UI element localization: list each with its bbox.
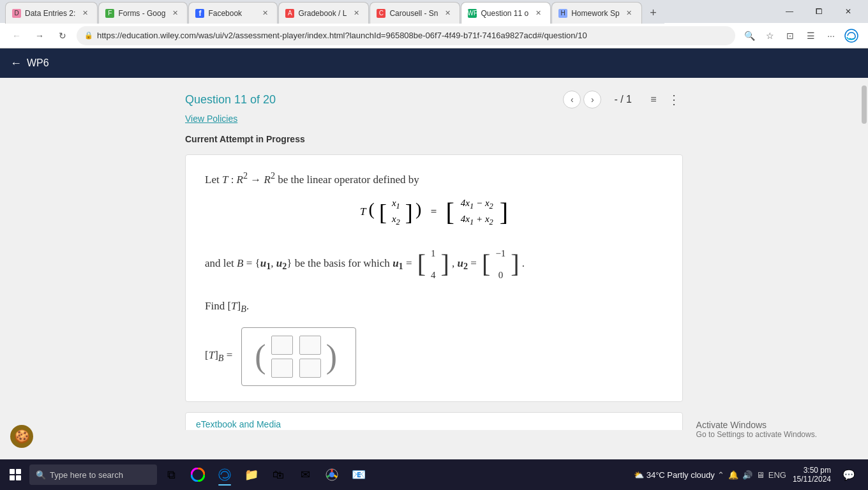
split-view-btn[interactable]: ⊡ (781, 27, 799, 45)
scroll-thumb[interactable] (862, 85, 867, 124)
scrollbar[interactable] (860, 83, 868, 459)
taskbar-search-icon: 🔍 (36, 470, 46, 480)
back-button[interactable]: ← (8, 27, 26, 45)
taskbar-clock[interactable]: 3:50 pm 15/11/2024 (789, 466, 835, 484)
taskbar: 🔍 Type here to search ⧉ 📁 🛍 ✉ (0, 459, 868, 490)
tab-data-entries[interactable]: D Data Entries 2: ✕ (5, 2, 98, 24)
url-bar[interactable]: 🔒 https://education.wiley.com/was/ui/v2/… (77, 26, 735, 45)
page-title: WP6 (27, 57, 49, 69)
score-display: - / 1 (614, 94, 632, 105)
page-nav-bar: ← WP6 (0, 48, 868, 78)
find-label: Find [T]B. (205, 300, 663, 315)
weather-text: 34°C Partly cloudy (647, 470, 715, 480)
more-btn[interactable]: ··· (822, 27, 840, 45)
windows-logo (10, 469, 21, 480)
taskbar-time: 3:50 pm (804, 466, 831, 475)
close-button[interactable]: ✕ (834, 1, 863, 22)
taskbar-store-button[interactable]: 🛍 (266, 462, 291, 487)
basis-text: and let B = {u1, u2} be the basis for wh… (205, 239, 663, 290)
tab-favicon-7: H (558, 9, 567, 18)
taskbar-chrome-button[interactable] (319, 462, 345, 487)
question-navigation: ‹ › - / 1 ≡ ⋮ (563, 91, 683, 108)
answer-input-top-left[interactable] (271, 336, 293, 355)
tab-gradebook[interactable]: A Gradebook / L ✕ (278, 2, 369, 24)
tab-close-2[interactable]: ✕ (169, 8, 181, 19)
taskbar-right: ⛅ 34°C Partly cloudy ⌃ 🔔 🔊 🖥 ENG 3:50 pm… (634, 462, 865, 487)
tab-homework[interactable]: H Homework Sp ✕ (551, 2, 641, 24)
math-transformation: T ( [ x1 x2 ] ) = [ 4x1 − x2 (205, 197, 663, 228)
tab-facebook[interactable]: f Facebook ✕ (188, 2, 278, 24)
tab-close-5[interactable]: ✕ (442, 8, 453, 19)
widgets-button[interactable] (185, 462, 211, 487)
url-text: https://education.wiley.com/was/ui/v2/as… (97, 31, 728, 40)
left-paren: ( (255, 340, 266, 373)
refresh-button[interactable]: ↻ (54, 27, 71, 45)
activate-subtitle: Go to Settings to activate Windows. (696, 430, 817, 439)
tab-favicon-5: C (377, 9, 385, 18)
notification-icon[interactable]: 🔔 (728, 470, 738, 480)
answer-matrix-container: ( ) (241, 327, 356, 386)
tab-close-1[interactable]: ✕ (79, 8, 91, 19)
tab-title-6: Question 11 o (481, 9, 528, 18)
more-options-icon[interactable]: ⋮ (665, 91, 683, 108)
taskbar-mail-button[interactable]: ✉ (292, 462, 318, 487)
forward-button[interactable]: → (31, 27, 49, 45)
start-button[interactable] (3, 462, 28, 487)
minimize-button[interactable]: — (775, 1, 804, 22)
star-icon-btn[interactable]: ☆ (761, 27, 779, 45)
right-paren: ) (326, 340, 337, 373)
prev-question-button[interactable]: ‹ (563, 91, 581, 108)
tab-favicon-4: A (285, 9, 294, 18)
taskbar-search-text: Type here to search (50, 470, 123, 480)
answer-row: [T]B = ( ) (205, 327, 663, 386)
answer-input-top-right[interactable] (299, 336, 321, 355)
notification-center-icon: 💬 (842, 469, 855, 481)
answer-input-bottom-right[interactable] (299, 359, 321, 378)
next-question-button[interactable]: › (583, 91, 601, 108)
svg-point-4 (329, 472, 334, 477)
tab-carousell[interactable]: C Carousell - Sn ✕ (370, 2, 460, 24)
etextbook-link[interactable]: eTextbook and Media (186, 413, 682, 430)
page-back-button[interactable]: ← (10, 57, 22, 70)
task-view-button[interactable]: ⧉ (158, 462, 184, 487)
question-container: Question 11 of 20 ‹ › - / 1 ≡ ⋮ View Pol… (185, 78, 683, 430)
taskbar-outlook-button[interactable]: 📧 (346, 462, 371, 487)
answer-input-bottom-left[interactable] (271, 359, 293, 378)
taskbar-explorer-button[interactable]: 📁 (239, 462, 264, 487)
maximize-button[interactable]: ⧠ (804, 1, 834, 22)
tab-forms[interactable]: F Forms - Goog ✕ (98, 2, 188, 24)
tab-title-7: Homework Sp (571, 9, 619, 18)
new-tab-button[interactable]: + (643, 2, 664, 24)
tab-close-7[interactable]: ✕ (624, 8, 635, 19)
taskbar-weather[interactable]: ⛅ 34°C Partly cloudy (634, 470, 715, 480)
notification-center-button[interactable]: 💬 (837, 462, 860, 487)
svg-point-0 (845, 29, 858, 42)
tab-title-3: Facebook (208, 9, 255, 18)
question-footer: eTextbook and Media (185, 412, 683, 430)
tab-favicon-3: f (195, 9, 204, 18)
edge-logo (842, 27, 860, 45)
answer-inputs (271, 333, 321, 380)
cookie-button[interactable]: 🍪 (10, 425, 33, 448)
search-icon-btn[interactable]: 🔍 (740, 27, 758, 45)
weather-icon: ⛅ (634, 470, 644, 480)
taskbar-date: 15/11/2024 (793, 475, 831, 484)
question-number: Question 11 of 20 (185, 93, 563, 107)
volume-icon[interactable]: 🔊 (742, 470, 752, 480)
tab-favicon-1: D (12, 9, 21, 18)
tab-title-1: Data Entries 2: (25, 9, 75, 18)
question-list-icon[interactable]: ≡ (645, 91, 662, 108)
tab-question[interactable]: WP Question 11 o ✕ (461, 2, 551, 24)
tab-title-5: Carousell - Sn (389, 9, 438, 18)
view-policies-link[interactable]: View Policies (185, 114, 683, 124)
tab-close-6[interactable]: ✕ (532, 8, 544, 19)
tab-close-4[interactable]: ✕ (350, 8, 362, 19)
language-icon: ENG (768, 470, 786, 480)
collections-btn[interactable]: ☰ (802, 27, 819, 45)
answer-prefix-label: [T]B = (205, 349, 232, 364)
network-icon[interactable]: 🖥 (756, 470, 765, 480)
chevron-up-icon[interactable]: ⌃ (717, 470, 724, 480)
taskbar-edge-button[interactable] (212, 462, 237, 487)
taskbar-search[interactable]: 🔍 Type here to search (29, 464, 157, 485)
tab-close-3[interactable]: ✕ (259, 8, 271, 19)
